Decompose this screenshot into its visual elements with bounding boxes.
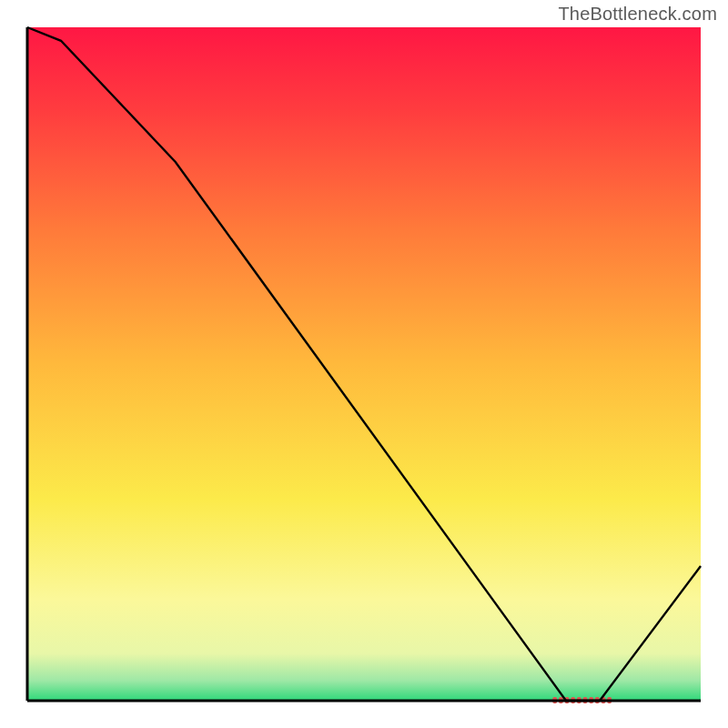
chart-svg [0, 0, 728, 728]
bottleneck-chart: TheBottleneck.com [0, 0, 728, 728]
plot-background [27, 27, 701, 701]
watermark-text: TheBottleneck.com [558, 4, 717, 25]
